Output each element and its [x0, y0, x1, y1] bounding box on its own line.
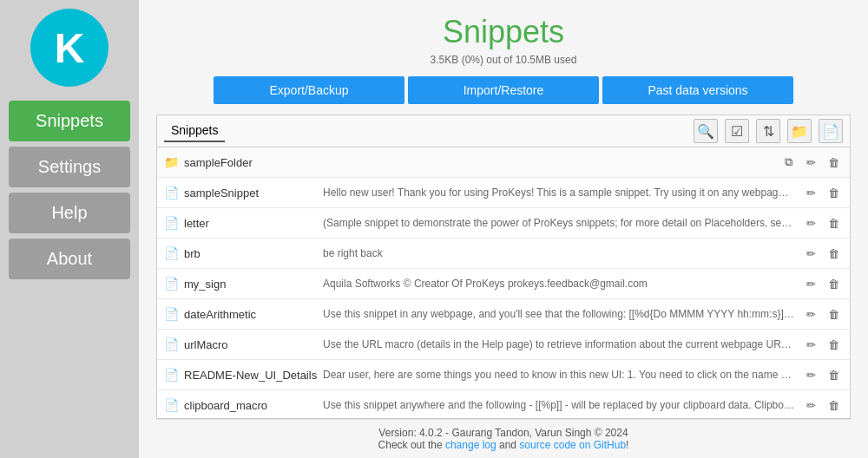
table-row: 📄 README-New_UI_Details Dear user, here … [157, 360, 850, 390]
edit-icon[interactable]: ✏ [801, 335, 820, 354]
snippet-preview: Hello new user! Thank you for using ProK… [323, 186, 801, 199]
source-code-link[interactable]: source code on GitHub [519, 439, 626, 451]
snippet-file-icon: 📄 [164, 398, 179, 412]
table-row: 📄 my_sign Aquila Softworks © Creator Of … [157, 269, 850, 299]
table-row: 📄 urlMacro Use the URL macro (details in… [157, 330, 850, 360]
snippet-name[interactable]: sampleFolder [184, 156, 323, 169]
table-row: 📄 sampleSnippet Hello new user! Thank yo… [157, 178, 850, 208]
snippet-actions: ✏ 🗑 [801, 335, 843, 354]
snippet-preview: (Sample snippet to demonstrate the power… [323, 217, 801, 229]
snippets-list: 📁 sampleFolder ⧉ ✏ 🗑 📄 sampleSnippet Hel… [157, 147, 850, 418]
delete-icon[interactable]: 🗑 [824, 183, 843, 202]
folder-icon: 📁 [164, 155, 179, 169]
snippet-preview: Use this snippet in any webpage, and you… [323, 308, 801, 320]
panel-icons: 🔍 ☑ ⇅ 📁 📄 [694, 119, 843, 143]
changelog-link[interactable]: change log [445, 439, 496, 451]
edit-icon[interactable]: ✏ [801, 153, 820, 172]
delete-icon[interactable]: 🗑 [824, 153, 843, 172]
delete-icon[interactable]: 🗑 [824, 244, 843, 263]
snippet-actions: ⧉ ✏ 🗑 [779, 153, 843, 172]
export-backup-button[interactable]: Export/Backup [214, 76, 404, 104]
footer-suffix: ! [626, 439, 628, 451]
snippet-file-icon: 📄 [164, 216, 179, 230]
snippet-file-icon: 📄 [164, 337, 179, 351]
table-row: 📄 brb be right back ✏ 🗑 [157, 239, 850, 269]
snippets-panel: Snippets 🔍 ☑ ⇅ 📁 📄 📁 sampleFolder ⧉ ✏ 🗑 [156, 114, 851, 419]
footer-middle: and [496, 439, 520, 451]
sidebar-item-help[interactable]: Help [9, 193, 130, 233]
snippet-name[interactable]: letter [184, 217, 323, 230]
delete-icon[interactable]: 🗑 [824, 213, 843, 232]
table-row: 📄 letter (Sample snippet to demonstrate … [157, 208, 850, 239]
footer: Version: 4.0.2 - Gaurang Tandon, Varun S… [156, 419, 851, 458]
snippet-preview: Dear user, here are some things you need… [323, 369, 801, 381]
sidebar-item-label: Settings [38, 157, 101, 176]
snippet-name[interactable]: README-New_UI_Details [184, 369, 323, 382]
new-folder-icon[interactable]: 📁 [787, 119, 812, 143]
edit-icon[interactable]: ✏ [801, 244, 820, 263]
edit-icon[interactable]: ✏ [801, 213, 820, 232]
action-buttons: Export/Backup Import/Restore Past data v… [156, 76, 851, 104]
page-title: Snippets [156, 14, 851, 50]
snippet-file-icon: 📄 [164, 277, 179, 291]
page-title-area: Snippets [156, 14, 851, 50]
snippet-actions: ✏ 🗑 [801, 183, 843, 202]
app-logo: K [30, 9, 108, 87]
footer-links: Check out the change log and source code… [156, 439, 851, 451]
snippet-name[interactable]: dateArithmetic [184, 308, 323, 321]
panel-header: Snippets 🔍 ☑ ⇅ 📁 📄 [157, 115, 850, 147]
table-row: 📁 sampleFolder ⧉ ✏ 🗑 [157, 147, 850, 178]
delete-icon[interactable]: 🗑 [824, 396, 843, 415]
new-snippet-icon[interactable]: 📄 [819, 119, 843, 143]
snippet-file-icon: 📄 [164, 307, 179, 321]
panel-tab[interactable]: Snippets [164, 120, 225, 142]
edit-icon[interactable]: ✏ [801, 365, 820, 384]
footer-version: Version: 4.0.2 - Gaurang Tandon, Varun S… [156, 427, 851, 439]
select-all-icon[interactable]: ☑ [725, 119, 749, 143]
logo-letter: K [55, 24, 85, 72]
snippet-actions: ✏ 🗑 [801, 274, 843, 293]
sort-icon[interactable]: ⇅ [756, 119, 780, 143]
delete-icon[interactable]: 🗑 [824, 304, 843, 324]
snippet-actions: ✏ 🗑 [801, 396, 843, 415]
snippet-preview: Aquila Softworks © Creator Of ProKeys pr… [323, 278, 801, 290]
copy-icon[interactable]: ⧉ [779, 153, 798, 172]
snippet-name[interactable]: clipboard_macro [184, 399, 323, 412]
snippet-file-icon: 📄 [164, 246, 179, 260]
sidebar-item-label: Snippets [36, 111, 103, 130]
snippet-name[interactable]: sampleSnippet [184, 186, 323, 200]
snippet-actions: ✏ 🗑 [801, 213, 843, 232]
storage-info: 3.5KB (0%) out of 10.5MB used [156, 54, 851, 66]
snippet-name[interactable]: urlMacro [184, 338, 323, 351]
edit-icon[interactable]: ✏ [801, 396, 820, 415]
sidebar-item-snippets[interactable]: Snippets [9, 101, 130, 141]
snippet-name[interactable]: my_sign [184, 278, 323, 291]
snippet-actions: ✏ 🗑 [801, 365, 843, 384]
snippet-preview: be right back [323, 247, 801, 259]
table-row: 📄 dateArithmetic Use this snippet in any… [157, 299, 850, 330]
snippet-file-icon: 📄 [164, 368, 179, 382]
snippet-preview: Use the URL macro (details in the Help p… [323, 338, 801, 350]
edit-icon[interactable]: ✏ [801, 274, 820, 293]
footer-prefix: Check out the [378, 439, 445, 451]
delete-icon[interactable]: 🗑 [824, 274, 843, 293]
delete-icon[interactable]: 🗑 [824, 335, 843, 354]
snippet-name[interactable]: brb [184, 247, 323, 260]
delete-icon[interactable]: 🗑 [824, 365, 843, 384]
sidebar-item-settings[interactable]: Settings [9, 147, 130, 187]
main-content: Snippets 3.5KB (0%) out of 10.5MB used E… [139, 0, 868, 458]
snippet-file-icon: 📄 [164, 186, 179, 200]
sidebar-item-label: About [47, 249, 92, 268]
sidebar-item-about[interactable]: About [9, 239, 130, 279]
edit-icon[interactable]: ✏ [801, 183, 820, 202]
sidebar: K Snippets Settings Help About [0, 0, 139, 458]
import-restore-button[interactable]: Import/Restore [408, 76, 599, 104]
edit-icon[interactable]: ✏ [801, 304, 820, 324]
sidebar-item-label: Help [51, 203, 87, 222]
table-row: 📄 clipboard_macro Use this snippet anywh… [157, 390, 850, 418]
snippet-preview: Use this snippet anywhere and the follow… [323, 399, 801, 411]
snippet-actions: ✏ 🗑 [801, 244, 843, 263]
snippet-actions: ✏ 🗑 [801, 304, 843, 324]
search-icon[interactable]: 🔍 [694, 119, 718, 143]
past-data-versions-button[interactable]: Past data versions [602, 76, 793, 104]
